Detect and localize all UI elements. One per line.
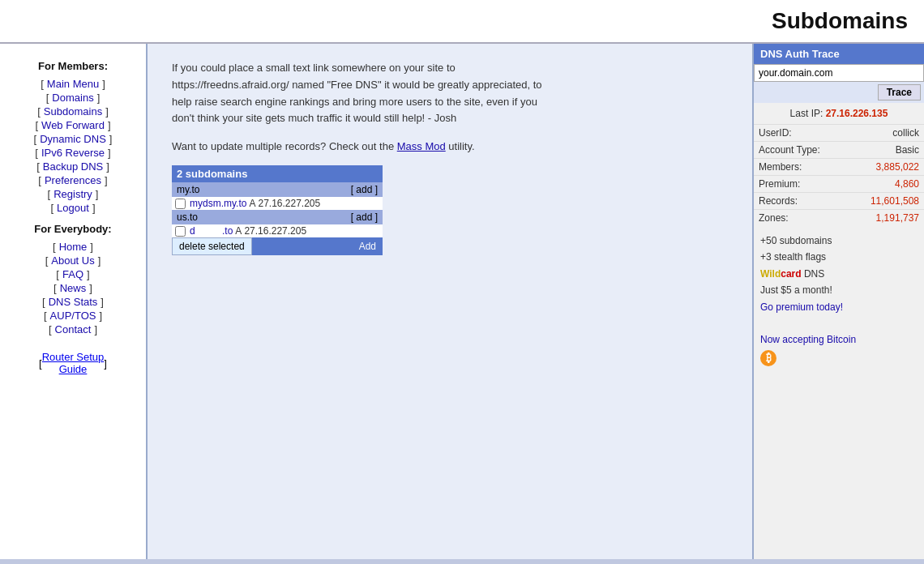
mass-mod-line: Want to update multiple records? Check o… (172, 140, 728, 152)
nav-item-domains[interactable]: [ Domains ] (0, 91, 146, 105)
router-setup-item[interactable]: [ Router SetupGuide ] (0, 348, 146, 378)
nav-link-registry[interactable]: Registry (53, 188, 92, 200)
entry-d-to: d .to A 27.16.227.205 (172, 224, 383, 237)
nav-link-faq[interactable]: FAQ (62, 268, 83, 280)
premium-cta-link[interactable]: Go premium today! (760, 301, 843, 313)
nav-link-domains[interactable]: Domains (52, 92, 93, 104)
delete-selected-button[interactable]: delete selected (172, 237, 252, 255)
premium-stat-row: Premium: 4,860 (754, 176, 924, 193)
nav-link-logout[interactable]: Logout (57, 202, 89, 214)
nav-link-news[interactable]: News (60, 282, 87, 294)
entry-mydsm-ip: 27.16.227.205 (258, 198, 320, 209)
domain-my-to-name: my.to (177, 184, 199, 195)
nav-link-subdomains[interactable]: Subdomains (44, 105, 102, 118)
records-stat-label: Records: (754, 193, 847, 210)
members-stat-label: Members: (754, 159, 847, 176)
nav-item-preferences[interactable]: [ Preferences ] (0, 173, 146, 187)
nav-link-about-us[interactable]: About Us (51, 254, 94, 267)
userid-label: UserID: (754, 125, 847, 142)
premium-box: +50 subdomains +3 stealth flags Wildcard… (754, 226, 924, 373)
last-ip-row: Last IP: 27.16.226.135 (754, 103, 924, 124)
premium-price: Just $5 a month! (760, 282, 918, 298)
records-stat-value: 11,601,508 (847, 193, 924, 210)
members-nav: [ Main Menu ] [ Domains ] [ Subdomains ]… (0, 77, 146, 215)
add-button[interactable]: Add (252, 237, 383, 255)
nav-item-faq[interactable]: [ FAQ ] (0, 267, 146, 281)
nav-link-dns-stats[interactable]: DNS Stats (49, 296, 98, 308)
nav-item-dynamic-dns[interactable]: [ Dynamic DNS ] (0, 132, 146, 146)
nav-link-home[interactable]: Home (59, 241, 88, 253)
bitcoin-link[interactable]: Now accepting Bitcoin (760, 334, 856, 345)
nav-link-dynamic-dns[interactable]: Dynamic DNS (40, 133, 106, 145)
premium-dns-label: DNS (804, 268, 824, 280)
entry-mydsm-type: A (249, 198, 255, 209)
nav-link-router-setup[interactable]: Router SetupGuide (42, 351, 105, 375)
zones-stat-label: Zones: (754, 210, 847, 227)
entry-d-type: A (235, 225, 242, 237)
main-content: If you could place a small text link som… (148, 44, 754, 559)
nav-link-backup-dns[interactable]: Backup DNS (43, 160, 103, 173)
dns-auth-title: DNS Auth Trace (754, 44, 924, 64)
last-ip-value: 27.16.226.135 (826, 108, 888, 119)
everybody-nav: [ Home ] [ About Us ] [ FAQ ] [ News ] [ (0, 240, 146, 336)
dns-auth-input[interactable] (754, 64, 924, 82)
domain-us-to-add[interactable]: [ add ] (351, 212, 378, 223)
members-stat-value: 3,885,022 (847, 159, 924, 176)
premium-subdomains: +50 subdomains (760, 233, 918, 249)
nav-link-contact[interactable]: Contact (55, 323, 92, 335)
userid-value: collick (847, 125, 924, 142)
entry-mydsm-my-to: mydsm.my.to A 27.16.227.205 (172, 197, 383, 210)
nav-link-aup-tos[interactable]: AUP/TOS (50, 310, 96, 322)
nav-item-ipv6-reverse[interactable]: [ IPv6 Reverse ] (0, 146, 146, 160)
entry-mydsm-checkbox[interactable] (175, 199, 186, 209)
mass-mod-link[interactable]: Mass Mod (397, 140, 446, 152)
records-stat-row: Records: 11,601,508 (754, 193, 924, 210)
account-type-label: Account Type: (754, 142, 847, 159)
nav-item-subdomains[interactable]: [ Subdomains ] (0, 105, 146, 118)
zones-stat-value: 1,191,737 (847, 210, 924, 227)
premium-stat-label: Premium: (754, 176, 847, 193)
everybody-section-title: For Everybody: (0, 223, 146, 235)
premium-wildcard: Wildcard DNS (760, 266, 918, 282)
nav-item-web-forward[interactable]: [ Web Forward ] (0, 118, 146, 132)
nav-link-web-forward[interactable]: Web Forward (41, 119, 105, 131)
subdomains-header: 2 subdomains (172, 165, 383, 182)
nav-item-home[interactable]: [ Home ] (0, 240, 146, 254)
wildcard-label-red: card (781, 268, 801, 280)
nav-item-main-menu[interactable]: [ Main Menu ] (0, 77, 146, 91)
entry-d-checkbox[interactable] (175, 226, 186, 237)
nav-item-logout[interactable]: [ Logout ] (0, 201, 146, 215)
nav-link-main-menu[interactable]: Main Menu (47, 78, 99, 90)
bitcoin-line: Now accepting Bitcoin ₿ (760, 331, 918, 366)
trace-button[interactable]: Trace (878, 84, 921, 100)
page-title: Subdomains (16, 8, 908, 34)
wildcard-label-yellow: Wild (760, 268, 781, 280)
subdomains-block: 2 subdomains my.to [ add ] mydsm.my.to A… (172, 165, 383, 255)
nav-link-ipv6-reverse[interactable]: IPv6 Reverse (41, 147, 105, 159)
mass-mod-suffix: utility. (448, 140, 474, 152)
entry-mydsm-link[interactable]: mydsm.my.to (190, 198, 246, 209)
nav-item-news[interactable]: [ News ] (0, 281, 146, 295)
nav-item-dns-stats[interactable]: [ DNS Stats ] (0, 295, 146, 309)
premium-stat-value: 4,860 (847, 176, 924, 193)
account-type-row: Account Type: Basic (754, 142, 924, 159)
entry-d-link[interactable]: d .to (190, 225, 233, 237)
sidebar: For Members: [ Main Menu ] [ Domains ] [… (0, 44, 148, 559)
right-panel: DNS Auth Trace Trace Last IP: 27.16.226.… (754, 44, 924, 559)
domain-my-to-add[interactable]: [ add ] (351, 184, 378, 195)
mass-mod-text: Want to update multiple records? Check o… (172, 140, 394, 152)
page-header: Subdomains (0, 0, 924, 44)
nav-item-backup-dns[interactable]: [ Backup DNS ] (0, 160, 146, 173)
nav-item-about-us[interactable]: [ About Us ] (0, 254, 146, 267)
premium-cta[interactable]: Go premium today! (760, 299, 918, 315)
zones-stat-row: Zones: 1,191,737 (754, 210, 924, 227)
premium-flags: +3 stealth flags (760, 249, 918, 265)
nav-item-registry[interactable]: [ Registry ] (0, 187, 146, 201)
domain-us-to-header: us.to [ add ] (172, 210, 383, 224)
members-section-title: For Members: (0, 60, 146, 72)
nav-item-aup-tos[interactable]: [ AUP/TOS ] (0, 309, 146, 323)
nav-item-contact[interactable]: [ Contact ] (0, 323, 146, 336)
nav-link-preferences[interactable]: Preferences (45, 174, 101, 186)
entry-d-ip: 27.16.227.205 (244, 225, 306, 237)
info-text: If you could place a small text link som… (172, 60, 561, 127)
